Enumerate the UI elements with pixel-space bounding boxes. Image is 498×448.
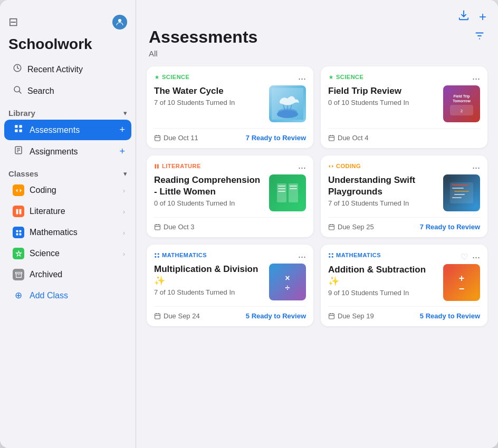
card-swift-more-button[interactable]: ··· <box>472 163 480 172</box>
sidebar-toggle-icon[interactable]: ⊟ <box>8 15 18 29</box>
literature-chevron-icon: › <box>123 208 125 216</box>
sidebar-item-assessments[interactable]: Assessments + <box>4 120 131 140</box>
card-field-trip-more-button[interactable]: ··· <box>472 74 480 83</box>
svg-rect-47 <box>290 188 297 189</box>
card-addition-subtitle: 9 of 10 Students Turned In <box>328 289 438 297</box>
card-field-trip-title: Field Trip Review <box>328 85 438 97</box>
svg-rect-39 <box>157 164 159 168</box>
card-multiply-divide: MATHEMATICS ··· Multiplication & Divisio… <box>147 245 313 326</box>
classes-chevron-icon: ▾ <box>123 170 127 178</box>
svg-rect-5 <box>20 125 22 128</box>
svg-rect-59 <box>329 225 334 230</box>
svg-rect-56 <box>454 191 469 192</box>
svg-rect-45 <box>278 191 285 192</box>
svg-rect-58 <box>452 197 462 198</box>
card-reading-thumbnail <box>269 174 306 211</box>
classes-section-title: Classes <box>8 169 39 178</box>
sidebar-item-coding[interactable]: Coding › <box>4 180 131 200</box>
svg-text:2: 2 <box>461 109 463 113</box>
svg-rect-18 <box>15 272 22 274</box>
add-class-label: Add Class <box>30 291 68 300</box>
card-water-cycle-due: Due Oct 11 <box>154 134 198 142</box>
card-addition-subject: MATHEMATICS <box>328 252 381 258</box>
card-addition-footer: Due Sep 19 5 Ready to Review <box>328 306 480 326</box>
card-swift: CODING ··· Understanding Swift Playgroun… <box>321 155 487 237</box>
card-swift-body: Understanding Swift Playgrounds 7 of 10 … <box>328 174 480 212</box>
assignments-add-icon[interactable]: + <box>119 146 125 157</box>
card-swift-info: Understanding Swift Playgrounds 7 of 10 … <box>328 174 438 207</box>
svg-point-2 <box>14 86 20 92</box>
sidebar-item-search[interactable]: Search <box>4 81 131 101</box>
svg-rect-13 <box>19 209 21 214</box>
sidebar-item-archived-label: Archived <box>30 270 125 279</box>
mathematics-class-icon <box>13 227 24 238</box>
card-multiply-footer: Due Sep 24 5 Ready to Review <box>154 306 306 326</box>
card-field-trip-due: Due Oct 4 <box>328 134 369 142</box>
card-swift-subtitle: 7 of 10 Students Turned In <box>328 199 438 207</box>
sidebar-item-archived[interactable]: Archived <box>4 265 131 285</box>
card-multiply-top: MATHEMATICS ··· <box>154 252 306 261</box>
sidebar-item-recent[interactable]: Recent Activity <box>4 59 131 80</box>
card-multiply-info: Multiplication & Division ✨ 7 of 10 Stud… <box>154 264 264 296</box>
sidebar-item-assignments[interactable]: Assignments + <box>4 141 131 162</box>
search-icon <box>13 85 22 97</box>
coding-class-icon <box>13 184 24 196</box>
card-multiply-subject: MATHEMATICS <box>154 252 207 258</box>
sidebar-item-science[interactable]: Science › <box>4 244 131 264</box>
card-field-trip-body: Field Trip Review 0 of 10 Students Turne… <box>328 85 480 123</box>
card-multiply-more-button[interactable]: ··· <box>298 252 306 261</box>
card-addition-due: Due Sep 19 <box>328 312 374 320</box>
card-water-cycle-top: SCIENCE ··· <box>154 74 306 83</box>
sidebar-item-literature[interactable]: Literature › <box>4 201 131 221</box>
svg-rect-81 <box>329 314 334 319</box>
recent-activity-icon <box>13 63 22 75</box>
sidebar-item-mathematics[interactable]: Mathematics › <box>4 222 131 242</box>
svg-rect-17 <box>19 233 21 235</box>
assessments-add-icon[interactable]: + <box>119 124 125 135</box>
card-field-trip-footer: Due Oct 4 <box>328 128 480 148</box>
card-addition-more-button[interactable]: ··· <box>472 252 480 262</box>
svg-rect-4 <box>15 125 17 128</box>
sidebar-item-assignments-label: Assignments <box>30 147 114 157</box>
svg-rect-70 <box>155 314 160 319</box>
avatar[interactable] <box>112 15 127 30</box>
literature-class-icon <box>13 206 24 217</box>
svg-rect-74 <box>329 253 330 255</box>
library-section-title: Library <box>8 109 35 118</box>
svg-rect-63 <box>155 253 156 255</box>
filter-button[interactable] <box>474 30 485 44</box>
sidebar-item-coding-label: Coding <box>30 186 118 195</box>
svg-rect-55 <box>452 188 464 189</box>
card-addition-info: Addition & Subtraction ✨ 9 of 10 Student… <box>328 264 438 297</box>
card-reading-subject: LITERATURE <box>154 163 201 169</box>
sidebar-top: ⊟ <box>0 11 136 30</box>
svg-rect-64 <box>158 253 159 255</box>
svg-point-0 <box>118 19 121 22</box>
card-multiply-subtitle: 7 of 10 Students Turned In <box>154 288 264 296</box>
card-reading-more-button[interactable]: ··· <box>298 163 306 172</box>
add-class-button[interactable]: ⊕ Add Class <box>4 286 131 305</box>
svg-rect-34 <box>329 135 334 141</box>
add-button[interactable]: + <box>478 8 487 25</box>
classes-section-header[interactable]: Classes ▾ <box>0 163 136 180</box>
library-section-header[interactable]: Library ▾ <box>0 102 136 120</box>
card-reading-info: Reading Comprehension - Little Women 0 o… <box>154 174 264 207</box>
science-class-icon <box>13 248 24 259</box>
card-water-cycle-footer: Due Oct 11 7 Ready to Review <box>154 128 306 148</box>
download-button[interactable] <box>457 8 471 25</box>
svg-text:Field Trip: Field Trip <box>453 94 470 99</box>
library-chevron-icon: ▾ <box>123 109 127 117</box>
svg-rect-6 <box>15 130 17 132</box>
svg-text:−: − <box>459 284 465 294</box>
card-reading-footer: Due Oct 3 <box>154 217 306 237</box>
coding-chevron-icon: › <box>123 187 125 194</box>
card-water-cycle-more-button[interactable]: ··· <box>298 74 306 83</box>
card-reading-top: LITERATURE ··· <box>154 163 306 172</box>
card-reading-subtitle: 0 of 10 Students Turned In <box>154 199 264 207</box>
card-water-cycle-subject: SCIENCE <box>154 74 189 80</box>
card-reading-body: Reading Comprehension - Little Women 0 o… <box>154 174 306 212</box>
add-class-icon: ⊕ <box>13 290 24 301</box>
card-field-trip-subtitle: 0 of 10 Students Turned In <box>328 99 438 106</box>
sidebar-item-search-label: Search <box>27 86 54 96</box>
page-title: Assessments <box>149 27 257 47</box>
